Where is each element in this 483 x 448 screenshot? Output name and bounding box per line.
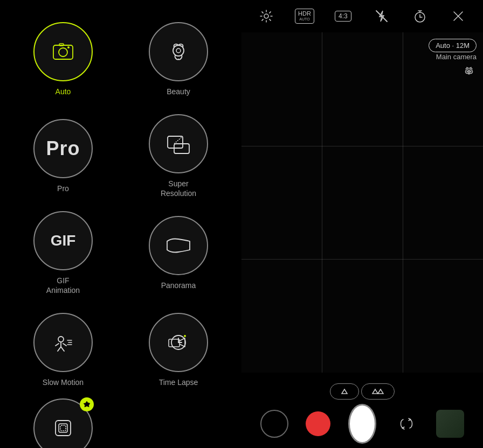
- main-camera-label: Main camera: [436, 53, 477, 61]
- record-button[interactable]: [304, 410, 332, 438]
- svg-point-38: [470, 71, 472, 73]
- google-lens-icon: [51, 416, 75, 440]
- hdr-label: HDR: [298, 10, 311, 17]
- mode-slow-motion-circle: [33, 313, 93, 372]
- svg-point-41: [272, 422, 277, 426]
- svg-line-15: [56, 344, 59, 346]
- ratio-badge: 4:3: [335, 11, 351, 22]
- mode-time-lapse-circle: [149, 313, 208, 372]
- slow-motion-icon: [51, 331, 75, 354]
- svg-rect-0: [53, 45, 73, 59]
- flip-camera-button[interactable]: [392, 410, 420, 438]
- svg-rect-25: [56, 421, 71, 436]
- camera-icon: [51, 40, 75, 64]
- camera-action-buttons: [242, 410, 483, 438]
- svg-point-24: [184, 335, 186, 337]
- mode-beauty-label: Beauty: [167, 87, 190, 96]
- svg-point-28: [264, 14, 268, 18]
- grid-line-h1: [242, 146, 483, 146]
- timer-button[interactable]: [409, 5, 431, 27]
- mode-slow-motion-label: Slow Motion: [43, 377, 84, 387]
- google-lens-badge: ↗: [80, 397, 94, 411]
- svg-rect-6: [168, 136, 183, 148]
- mode-pro-circle: Pro: [33, 119, 93, 178]
- mode-pro-label: Pro: [57, 184, 69, 193]
- mode-gif-label: GIFAnimation: [46, 276, 80, 295]
- shutter-button[interactable]: [348, 410, 376, 438]
- camera-viewfinder: Auto · 12M Main camera: [242, 32, 483, 373]
- beauty-icon: [167, 40, 190, 64]
- zoom-tele-button[interactable]: [361, 383, 395, 400]
- svg-line-8: [174, 136, 183, 144]
- svg-rect-27: [60, 425, 66, 431]
- mode-time-lapse[interactable]: Time Lapse: [149, 313, 208, 387]
- super-resolution-icon: [165, 132, 191, 156]
- ratio-label: 4:3: [339, 12, 348, 20]
- hdr-auto-label: AUTO: [298, 17, 311, 22]
- auto-resolution-badge[interactable]: Auto · 12M: [429, 39, 477, 52]
- svg-rect-23: [169, 339, 180, 347]
- time-lapse-icon: [167, 331, 190, 354]
- mode-selector-panel: Auto Beauty Pro Pro: [0, 0, 242, 448]
- svg-line-13: [58, 347, 61, 351]
- svg-point-5: [176, 48, 181, 53]
- mode-pro[interactable]: Pro Pro: [33, 119, 93, 193]
- capture-circle: [348, 404, 376, 444]
- grid-line-h2: [242, 259, 483, 260]
- mode-auto-label: Auto: [56, 87, 71, 96]
- camera-toolbar: HDR AUTO 4:3: [242, 0, 483, 32]
- grid-overlay: [242, 32, 483, 373]
- owl-icon[interactable]: [463, 65, 475, 81]
- mode-beauty[interactable]: Beauty: [149, 22, 208, 96]
- svg-line-14: [61, 347, 64, 351]
- zoom-control-group: [330, 383, 395, 400]
- svg-rect-40: [271, 419, 275, 421]
- svg-rect-2: [59, 44, 64, 46]
- mode-google-lens[interactable]: ↗ Google Lens: [33, 398, 93, 448]
- mode-panorama[interactable]: Panorama: [149, 216, 208, 290]
- mode-gif-circle: GIF: [33, 211, 93, 270]
- svg-point-4: [173, 45, 184, 56]
- mode-panorama-label: Panorama: [161, 281, 196, 290]
- mode-beauty-circle: [149, 22, 208, 81]
- mode-auto[interactable]: Auto: [33, 22, 93, 96]
- record-indicator: [306, 411, 330, 436]
- auto-badge-text: Auto · 12M: [436, 41, 470, 50]
- svg-point-11: [58, 337, 64, 342]
- mode-google-lens-circle: ↗: [33, 398, 93, 448]
- gif-text-icon: GIF: [51, 232, 76, 249]
- mode-time-lapse-label: Time Lapse: [159, 377, 198, 387]
- camera-controls: [242, 373, 483, 448]
- grid-line-v1: [322, 32, 322, 373]
- panorama-icon: [165, 234, 192, 257]
- settings-button[interactable]: [256, 5, 277, 27]
- svg-point-1: [59, 48, 67, 57]
- close-button[interactable]: [447, 5, 469, 27]
- mode-panorama-circle: [149, 216, 208, 275]
- mode-gif[interactable]: GIF GIFAnimation: [33, 211, 93, 295]
- grid-line-v2: [403, 32, 403, 373]
- mode-super-resolution[interactable]: SuperResolution: [149, 114, 208, 198]
- svg-rect-39: [270, 421, 279, 428]
- flash-button[interactable]: [371, 5, 392, 27]
- hdr-button[interactable]: HDR AUTO: [294, 5, 315, 27]
- camera-viewfinder-panel: HDR AUTO 4:3: [242, 0, 483, 448]
- svg-line-16: [63, 344, 66, 346]
- mode-slow-motion[interactable]: Slow Motion: [33, 313, 93, 387]
- ratio-button[interactable]: 4:3: [332, 5, 354, 27]
- mode-super-res-label: SuperResolution: [161, 179, 196, 198]
- hdr-badge: HDR AUTO: [295, 9, 314, 24]
- zoom-wide-button[interactable]: [330, 383, 359, 400]
- gallery-thumbnail-button[interactable]: [436, 410, 464, 438]
- pro-text-icon: Pro: [46, 137, 80, 160]
- gallery-thumb-image: [436, 410, 464, 438]
- mode-super-res-circle: [149, 114, 208, 173]
- svg-point-37: [467, 71, 468, 73]
- svg-point-3: [67, 46, 70, 48]
- mode-switch-button[interactable]: [260, 410, 288, 438]
- svg-rect-7: [174, 144, 189, 153]
- mode-auto-circle: [33, 22, 93, 81]
